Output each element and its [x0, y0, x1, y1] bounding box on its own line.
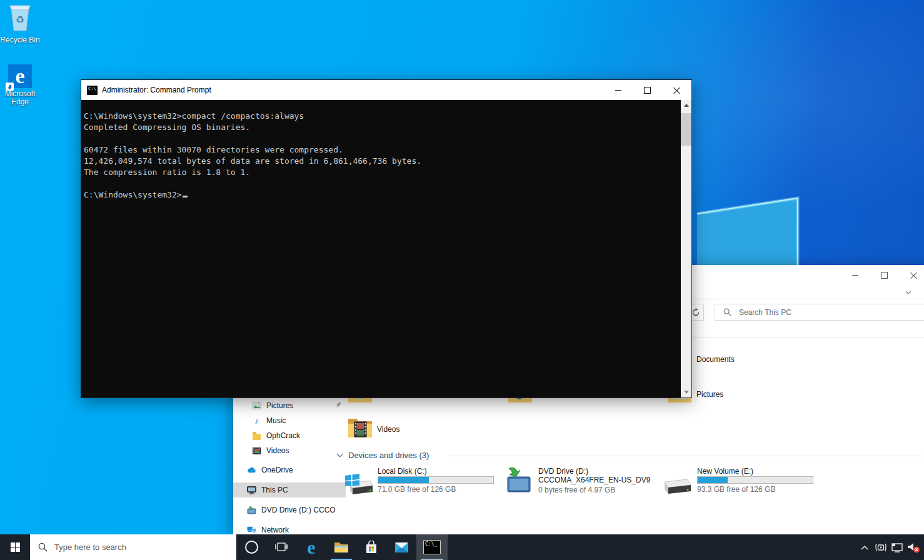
- videos-folder-icon: [347, 415, 373, 442]
- close-icon: [910, 272, 917, 279]
- scrollbar-thumb[interactable]: [681, 113, 691, 146]
- maximize-icon: [881, 272, 888, 279]
- volume-muted-icon: [906, 541, 920, 554]
- collapse-chevron-icon: [336, 452, 343, 459]
- nav-item-this-pc[interactable]: This PC: [233, 482, 346, 498]
- explorer-search-input[interactable]: [738, 308, 890, 318]
- scroll-up-button[interactable]: [681, 100, 691, 111]
- recycle-bin-icon: ♻: [8, 3, 32, 32]
- pictures-icon: [252, 401, 261, 411]
- file-explorer-icon: [334, 541, 349, 554]
- drive-tile-dvd-d[interactable]: DVD Drive (D:) CCCOMA_X64FRE_EN-US_DV9 0…: [503, 466, 660, 498]
- cmd-window-title: Administrator: Command Prompt: [102, 86, 211, 94]
- search-icon: [38, 542, 48, 552]
- meet-now-button[interactable]: [873, 534, 889, 560]
- maximize-icon: [644, 87, 651, 94]
- expand-ribbon-button[interactable]: [905, 288, 912, 299]
- taskbar-search-input[interactable]: [53, 542, 224, 552]
- explorer-close-button[interactable]: [899, 265, 924, 285]
- close-icon: [673, 87, 680, 94]
- network-icon: [247, 526, 256, 535]
- taskbar-search-box[interactable]: [30, 534, 236, 560]
- refresh-icon: [691, 308, 700, 317]
- cmd-app-icon: C:\_: [87, 86, 98, 95]
- chevron-up-icon: [861, 545, 868, 550]
- nav-item-dvd-drive[interactable]: DVD Drive (D:) CCCO: [233, 502, 346, 518]
- group-header-rule: [449, 456, 922, 456]
- devices-and-drives-group-header[interactable]: Devices and drives (3): [336, 451, 429, 460]
- store-taskbar-button[interactable]: [356, 534, 386, 560]
- command-prompt-icon: C:\_: [423, 540, 441, 554]
- chevron-down-icon: [905, 289, 912, 296]
- cmd-minimize-button[interactable]: [603, 80, 633, 100]
- disk-usage-bar: [697, 476, 813, 484]
- dvd-drive-icon: [247, 506, 256, 515]
- explorer-minimize-button[interactable]: [840, 265, 870, 285]
- desktop-icon-recycle-bin[interactable]: ♻ Recycle Bin: [0, 3, 40, 44]
- edge-icon: e: [307, 538, 315, 557]
- minimize-icon: [615, 90, 621, 91]
- videos-icon: [252, 446, 261, 456]
- folder-tile-videos[interactable]: Videos: [347, 413, 503, 446]
- nav-item-ophcrack[interactable]: OphCrack: [233, 428, 351, 443]
- nav-item-music[interactable]: ♪ Music: [233, 413, 351, 428]
- desktop-icon-label: Recycle Bin: [0, 36, 40, 44]
- edge-taskbar-button[interactable]: e: [296, 534, 326, 560]
- cmd-output: C:\Windows\system32>compact /compactos:a…: [84, 111, 421, 199]
- cmd-maximize-button[interactable]: [633, 80, 662, 100]
- taskbar: e C:\_: [0, 534, 924, 560]
- start-button[interactable]: [0, 534, 30, 560]
- command-prompt-taskbar-button[interactable]: C:\_: [416, 534, 448, 560]
- desktop-icon-label: Microsoft Edge: [0, 90, 40, 106]
- edge-icon: e: [8, 64, 32, 88]
- dvd-drive-icon-large: [503, 467, 535, 499]
- arrow-down-icon: [684, 391, 689, 394]
- cmd-console[interactable]: C:\Windows\system32>compact /compactos:a…: [81, 100, 691, 398]
- explorer-maximize-button[interactable]: [870, 265, 899, 285]
- command-prompt-window: C:\_ Administrator: Command Prompt C:\Wi…: [81, 79, 692, 398]
- cortana-button[interactable]: [236, 534, 266, 560]
- cmd-titlebar[interactable]: C:\_ Administrator: Command Prompt: [81, 80, 691, 100]
- search-icon: [723, 308, 731, 316]
- volume-tray-button[interactable]: [905, 534, 921, 560]
- windows-logo-icon: [11, 542, 20, 552]
- cmd-cursor: [183, 190, 188, 198]
- meet-now-camera-icon: [874, 542, 888, 552]
- music-icon: ♪: [252, 416, 261, 426]
- drive-tile-local-disk-c[interactable]: Local Disk (C:) 71.0 GB free of 126 GB: [343, 466, 499, 498]
- store-icon: [365, 541, 378, 554]
- desktop-icon-microsoft-edge[interactable]: e Microsoft Edge: [0, 64, 40, 106]
- cmd-close-button[interactable]: [662, 80, 691, 100]
- svg-text:♻: ♻: [16, 14, 24, 25]
- task-view-button[interactable]: [266, 534, 296, 560]
- nav-item-onedrive[interactable]: OneDrive: [233, 462, 346, 478]
- nav-item-videos[interactable]: Videos: [233, 443, 351, 458]
- task-view-icon: [275, 542, 288, 553]
- disk-usage-bar: [378, 476, 494, 484]
- system-tray: [856, 534, 924, 560]
- this-pc-icon: [247, 486, 256, 495]
- windows-logo-pane: [688, 188, 806, 270]
- nav-item-pictures[interactable]: Pictures: [233, 398, 351, 413]
- shortcut-arrow-icon: [6, 82, 14, 91]
- local-disk-icon: [343, 467, 374, 499]
- hard-disk-icon: [662, 467, 693, 499]
- scroll-down-button[interactable]: [681, 387, 691, 398]
- minimize-icon: [852, 275, 858, 276]
- file-explorer-taskbar-button[interactable]: [326, 534, 356, 560]
- onedrive-cloud-icon: [247, 466, 256, 475]
- mail-taskbar-button[interactable]: [386, 534, 416, 560]
- folder-icon: [252, 431, 261, 441]
- cortana-icon: [245, 541, 258, 554]
- cmd-scrollbar[interactable]: [681, 100, 691, 398]
- drive-tile-new-volume-e[interactable]: New Volume (E:) 93.3 GB free of 126 GB: [662, 466, 818, 498]
- network-tray-button[interactable]: [889, 534, 905, 560]
- show-hidden-icons-button[interactable]: [856, 534, 873, 560]
- mail-icon: [394, 542, 409, 553]
- network-ethernet-icon: [891, 542, 903, 552]
- explorer-search-box[interactable]: [715, 304, 924, 321]
- arrow-up-icon: [684, 104, 689, 107]
- pin-icon: [335, 401, 342, 410]
